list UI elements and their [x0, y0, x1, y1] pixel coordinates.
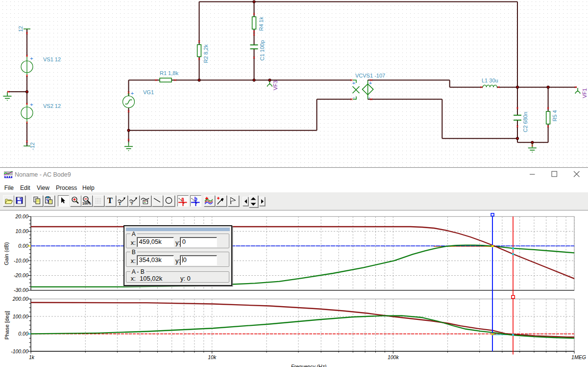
svg-text:VS1 12: VS1 12 — [43, 56, 61, 62]
svg-text:L1 30u: L1 30u — [482, 78, 498, 83]
svg-text:VS2 12: VS2 12 — [43, 103, 61, 109]
svg-text:R5 4: R5 4 — [552, 110, 558, 121]
svg-text:+: + — [30, 55, 33, 61]
svg-text:VF3: VF3 — [272, 80, 278, 90]
svg-text:R2 8,2k: R2 8,2k — [203, 44, 209, 63]
svg-text:a: a — [181, 196, 184, 202]
svg-text:C2 680n: C2 680n — [522, 112, 528, 132]
svg-text:R1 1,8k: R1 1,8k — [160, 70, 178, 76]
svg-text:100%: 100% — [82, 202, 91, 205]
svg-text:VF1: VF1 — [582, 88, 588, 98]
svg-text:VG1: VG1 — [143, 89, 154, 95]
svg-text:+: + — [352, 80, 356, 86]
svg-text:T: T — [107, 196, 113, 205]
svg-text:-: - — [353, 94, 355, 100]
svg-text:b: b — [195, 196, 197, 202]
svg-text:+: + — [30, 102, 33, 107]
svg-text:-12: -12 — [29, 142, 35, 150]
svg-text:12: 12 — [18, 26, 24, 32]
svg-text:VCVS1 -107: VCVS1 -107 — [355, 73, 385, 79]
svg-text:T: T — [119, 202, 121, 205]
svg-text:C1 100p: C1 100p — [259, 40, 265, 61]
svg-text:-: - — [368, 94, 370, 100]
svg-text:+: + — [369, 80, 372, 86]
svg-text:R4 1k: R4 1k — [258, 17, 264, 31]
svg-text:?: ? — [131, 202, 133, 205]
svg-text:+: + — [131, 90, 134, 96]
